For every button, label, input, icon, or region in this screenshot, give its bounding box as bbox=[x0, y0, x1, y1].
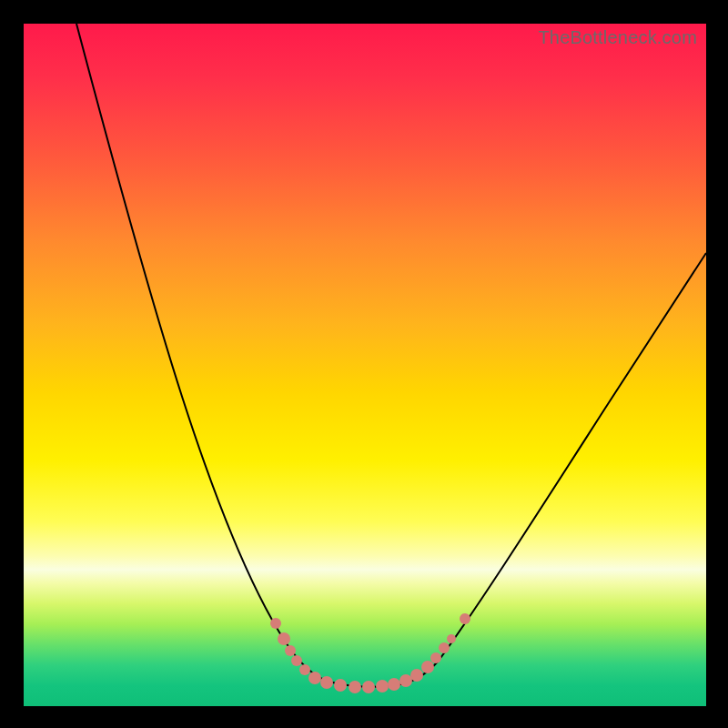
marker-dot bbox=[299, 664, 310, 675]
sweet-spot-markers bbox=[270, 613, 470, 693]
marker-dot bbox=[285, 645, 296, 656]
marker-dot bbox=[278, 632, 290, 645]
gradient-plot-area: TheBottleneck.com bbox=[24, 24, 706, 706]
marker-dot bbox=[430, 652, 441, 663]
marker-dot bbox=[399, 674, 412, 687]
marker-dot bbox=[376, 680, 389, 693]
marker-dot bbox=[388, 678, 400, 691]
marker-dot bbox=[349, 681, 361, 693]
marker-dot bbox=[447, 634, 456, 643]
marker-dot bbox=[410, 669, 423, 682]
bottleneck-curve bbox=[76, 24, 706, 687]
marker-dot bbox=[421, 661, 434, 673]
marker-dot bbox=[460, 613, 470, 624]
marker-dot bbox=[270, 618, 281, 629]
marker-dot bbox=[308, 672, 321, 684]
marker-dot bbox=[334, 679, 347, 692]
chart-overlay bbox=[24, 24, 706, 706]
marker-dot bbox=[320, 676, 333, 689]
marker-dot bbox=[291, 655, 302, 666]
watermark-text: TheBottleneck.com bbox=[538, 27, 697, 48]
marker-dot bbox=[439, 642, 450, 653]
chart-frame: TheBottleneck.com bbox=[0, 0, 728, 728]
marker-dot bbox=[362, 681, 375, 693]
